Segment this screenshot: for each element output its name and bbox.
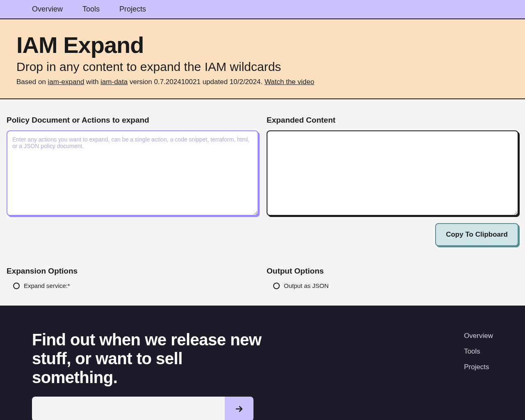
output-options: Output Options Output as JSON bbox=[267, 267, 518, 289]
main-content: Policy Document or Actions to expand Exp… bbox=[0, 99, 525, 262]
page-subtitle: Drop in any content to expand the IAM wi… bbox=[16, 60, 509, 74]
output-column: Expanded Content Copy To Clipboard bbox=[267, 116, 518, 246]
nav-link-tools[interactable]: Tools bbox=[82, 5, 100, 14]
output-json-label: Output as JSON bbox=[284, 282, 329, 289]
nav-link-projects[interactable]: Projects bbox=[119, 5, 146, 14]
footer-link-tools[interactable]: Tools bbox=[464, 347, 493, 356]
arrow-right-icon bbox=[234, 404, 244, 414]
page-title: IAM Expand bbox=[16, 32, 509, 58]
expansion-options-title: Expansion Options bbox=[7, 267, 258, 276]
email-form bbox=[32, 397, 253, 420]
meta-text: Based on bbox=[16, 78, 48, 86]
footer: Find out when we release new stuff, or w… bbox=[0, 306, 525, 420]
policy-input[interactable] bbox=[7, 130, 258, 216]
options-row: Expansion Options Expand service:* Outpu… bbox=[0, 262, 525, 306]
expansion-options: Expansion Options Expand service:* bbox=[7, 267, 258, 289]
expand-service-label: Expand service:* bbox=[24, 282, 70, 289]
watch-video-link[interactable]: Watch the video bbox=[265, 78, 314, 86]
footer-nav: Overview Tools Projects bbox=[464, 330, 493, 420]
hero-section: IAM Expand Drop in any content to expand… bbox=[0, 19, 525, 99]
version-text: version 0.7.202410021 updated 10/2/2024. bbox=[128, 78, 265, 86]
expand-service-option[interactable]: Expand service:* bbox=[7, 282, 258, 289]
footer-left: Find out when we release new stuff, or w… bbox=[32, 330, 270, 420]
output-json-option[interactable]: Output as JSON bbox=[267, 282, 518, 289]
footer-heading: Find out when we release new stuff, or w… bbox=[32, 330, 270, 387]
iam-data-link[interactable]: iam-data bbox=[100, 78, 128, 86]
radio-icon bbox=[13, 283, 20, 289]
footer-link-projects[interactable]: Projects bbox=[464, 363, 493, 371]
expanded-output[interactable] bbox=[267, 130, 518, 216]
output-label: Expanded Content bbox=[267, 116, 518, 125]
top-nav: Overview Tools Projects bbox=[0, 0, 525, 19]
hero-meta: Based on iam-expand with iam-data versio… bbox=[16, 78, 509, 86]
email-input[interactable] bbox=[32, 397, 225, 420]
footer-link-overview[interactable]: Overview bbox=[464, 332, 493, 340]
radio-icon bbox=[273, 283, 280, 289]
input-column: Policy Document or Actions to expand bbox=[7, 116, 258, 246]
input-label: Policy Document or Actions to expand bbox=[7, 116, 258, 125]
meta-text: with bbox=[84, 78, 100, 86]
output-options-title: Output Options bbox=[267, 267, 518, 276]
email-submit-button[interactable] bbox=[225, 397, 253, 420]
nav-link-overview[interactable]: Overview bbox=[32, 5, 63, 14]
copy-to-clipboard-button[interactable]: Copy To Clipboard bbox=[435, 223, 518, 246]
iam-expand-link[interactable]: iam-expand bbox=[48, 78, 84, 86]
